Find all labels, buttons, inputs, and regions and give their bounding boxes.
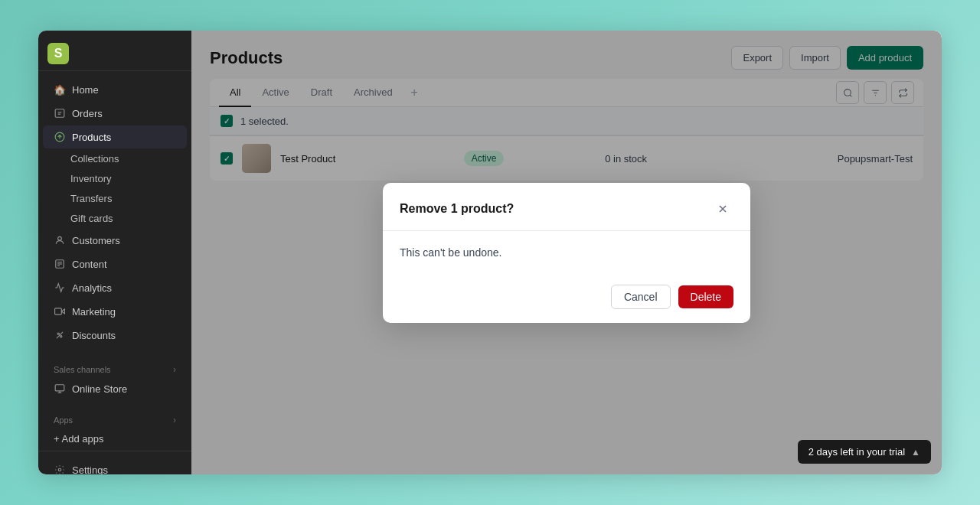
sidebar-item-products-label: Products — [72, 132, 111, 143]
sidebar-item-analytics[interactable]: Analytics — [43, 276, 187, 299]
products-icon — [54, 131, 66, 143]
online-store-icon — [54, 383, 66, 395]
home-icon: 🏠 — [54, 83, 66, 96]
sidebar-item-analytics-label: Analytics — [72, 282, 112, 294]
sidebar-item-online-store[interactable]: Online Store — [43, 377, 187, 400]
collections-label: Collections — [70, 153, 119, 165]
customers-icon — [54, 234, 66, 246]
sidebar-item-discounts[interactable]: Discounts — [43, 324, 187, 347]
sidebar-item-customers-label: Customers — [72, 235, 120, 246]
content-icon — [54, 258, 66, 270]
sidebar-item-customers[interactable]: Customers — [43, 229, 187, 252]
nav-section-main: 🏠 Home Orders Products Collections — [38, 74, 191, 350]
cancel-button[interactable]: Cancel — [611, 285, 671, 309]
trial-text: 2 days left in your trial — [808, 446, 905, 458]
transfers-label: Transfers — [70, 193, 112, 204]
modal-overlay[interactable]: Remove 1 product? This can't be undone. … — [191, 31, 942, 474]
sidebar-item-content-label: Content — [72, 259, 107, 270]
remove-product-modal: Remove 1 product? This can't be undone. … — [383, 183, 750, 323]
marketing-icon — [54, 305, 66, 318]
sidebar-item-orders-label: Orders — [72, 108, 103, 119]
sidebar-header: S — [38, 31, 191, 71]
svg-rect-14 — [55, 385, 64, 391]
sidebar-item-settings[interactable]: Settings — [43, 458, 187, 474]
svg-point-17 — [58, 468, 61, 471]
svg-point-12 — [60, 336, 62, 337]
sidebar-item-home[interactable]: 🏠 Home — [43, 78, 187, 101]
modal-footer: Cancel Delete — [383, 274, 750, 323]
add-apps-label: + Add apps — [54, 433, 103, 445]
trial-bar[interactable]: 2 days left in your trial ▲ — [798, 440, 931, 464]
main-content: Products Export Import Add product All A… — [191, 31, 942, 474]
online-store-label: Online Store — [72, 383, 127, 395]
sidebar-item-collections[interactable]: Collections — [60, 149, 187, 168]
products-submenu: Collections Inventory Transfers Gift car… — [60, 149, 191, 228]
modal-close-button[interactable] — [712, 198, 733, 220]
sales-channels-section[interactable]: Sales channels › — [38, 360, 191, 376]
sidebar-item-marketing[interactable]: Marketing — [43, 300, 187, 323]
shopify-logo: S — [47, 43, 69, 64]
modal-body-text: This can't be undone. — [400, 246, 733, 259]
chevron-right-icon: › — [173, 364, 176, 375]
inventory-label: Inventory — [70, 173, 111, 184]
settings-label: Settings — [72, 464, 108, 475]
sidebar-item-content[interactable]: Content — [43, 252, 187, 275]
sidebar-item-marketing-label: Marketing — [72, 306, 116, 318]
chevron-up-icon: ▲ — [911, 447, 920, 458]
sidebar-item-transfers[interactable]: Transfers — [60, 189, 187, 208]
sidebar: S 🏠 Home Orders Products Collec — [38, 31, 191, 474]
sidebar-item-orders[interactable]: Orders — [43, 102, 187, 125]
orders-icon — [54, 107, 66, 119]
svg-rect-10 — [55, 308, 62, 314]
modal-title: Remove 1 product? — [400, 202, 514, 216]
delete-button[interactable]: Delete — [678, 285, 733, 308]
modal-body: This can't be undone. — [383, 231, 750, 274]
sidebar-item-home-label: Home — [72, 84, 99, 96]
sidebar-item-products[interactable]: Products — [43, 125, 187, 148]
discounts-icon — [54, 329, 66, 341]
analytics-icon — [54, 282, 66, 294]
svg-rect-0 — [55, 109, 64, 118]
svg-marker-9 — [61, 309, 64, 314]
sidebar-item-gift-cards[interactable]: Gift cards — [60, 209, 187, 228]
gift-cards-label: Gift cards — [70, 213, 113, 224]
modal-header: Remove 1 product? — [383, 183, 750, 231]
apps-section[interactable]: Apps › — [38, 410, 191, 427]
sidebar-item-discounts-label: Discounts — [72, 330, 116, 341]
sidebar-footer: Settings — [38, 451, 191, 474]
settings-icon — [54, 464, 66, 474]
svg-point-4 — [58, 236, 62, 240]
chevron-right-apps-icon: › — [173, 415, 176, 425]
sidebar-item-inventory[interactable]: Inventory — [60, 169, 187, 188]
sidebar-item-add-apps[interactable]: + Add apps — [43, 428, 187, 450]
svg-point-11 — [57, 333, 59, 334]
